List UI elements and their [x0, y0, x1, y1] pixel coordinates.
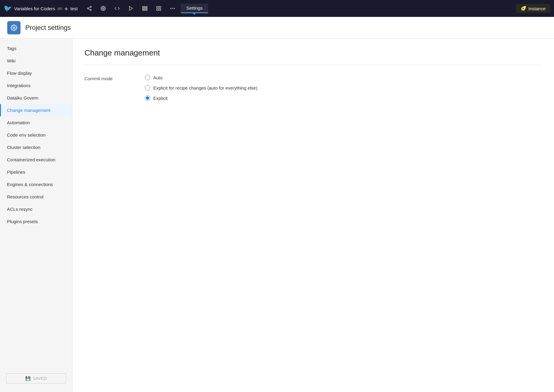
- svg-point-2: [90, 9, 92, 11]
- target-button[interactable]: [97, 3, 109, 14]
- project-title: Variables for Coders: [14, 6, 55, 11]
- page-title: Project settings: [25, 24, 71, 32]
- radio-option-auto[interactable]: Auto: [145, 75, 257, 80]
- svg-rect-15: [159, 9, 161, 11]
- diamond-icon: ◆: [65, 6, 68, 11]
- sidebar-item-acls-resync[interactable]: ACLs resync: [0, 203, 72, 215]
- radio-option-explicit-recipe[interactable]: Explicit for recipe changes (auto for ev…: [145, 85, 257, 90]
- svg-rect-12: [157, 6, 158, 8]
- on-text: on: [58, 6, 62, 11]
- radio-option-explicit[interactable]: Explicit: [145, 95, 257, 101]
- section-title: Change management: [84, 48, 542, 58]
- svg-point-19: [13, 27, 15, 29]
- sidebar-item-containerized-execution[interactable]: Containerized execution: [0, 153, 72, 166]
- svg-rect-14: [157, 9, 158, 11]
- main-content: Change management Commit mode Auto Expli…: [72, 39, 554, 392]
- brand: 🐦 Variables for Coders on ◆ test: [4, 5, 78, 12]
- sidebar-item-resources-control[interactable]: Resources control: [0, 191, 72, 203]
- layers-button[interactable]: [139, 3, 151, 14]
- settings-icon: [7, 21, 21, 34]
- play-button[interactable]: [125, 3, 137, 14]
- sidebar-item-code-env-selection[interactable]: Code env selection: [0, 129, 72, 141]
- svg-line-4: [89, 7, 90, 8]
- more-button[interactable]: [167, 3, 178, 14]
- sidebar-item-change-management[interactable]: Change management: [0, 104, 72, 116]
- change-management-section: Change management Commit mode Auto Expli…: [72, 39, 554, 118]
- avocado-icon: 🥑: [521, 6, 527, 11]
- main-layout: Tags Wiki Flow display Integrations Data…: [0, 39, 554, 392]
- radio-auto-label: Auto: [153, 75, 163, 80]
- radio-explicit-recipe[interactable]: [145, 85, 150, 90]
- radio-explicit-label: Explicit: [153, 96, 168, 101]
- svg-point-1: [88, 8, 89, 9]
- svg-point-7: [103, 8, 104, 9]
- commit-mode-radio-group: Auto Explicit for recipe changes (auto f…: [145, 75, 257, 101]
- saved-button[interactable]: 💾 SAVED: [6, 373, 66, 384]
- project-name: test: [70, 6, 78, 11]
- topbar: 🐦 Variables for Coders on ◆ test: [0, 0, 554, 17]
- code-button[interactable]: [111, 3, 123, 14]
- svg-point-16: [170, 8, 171, 9]
- radio-explicit[interactable]: [145, 95, 150, 101]
- sidebar-item-cluster-selection[interactable]: Cluster selection: [0, 141, 72, 153]
- svg-point-17: [172, 8, 173, 9]
- bird-icon: 🐦: [4, 5, 12, 12]
- commit-mode-row: Commit mode Auto Explicit for recipe cha…: [84, 75, 542, 101]
- saved-label: SAVED: [33, 376, 47, 381]
- svg-marker-8: [129, 6, 133, 11]
- floppy-icon: 💾: [25, 376, 30, 381]
- sidebar-item-automation[interactable]: Automation: [0, 116, 72, 129]
- instance-button[interactable]: 🥑 Instance: [516, 4, 550, 13]
- sidebar-item-dataiku-govern[interactable]: Dataiku Govern: [0, 92, 72, 104]
- instance-label: Instance: [528, 6, 546, 11]
- svg-line-3: [89, 9, 90, 10]
- svg-point-18: [174, 8, 175, 9]
- sidebar-item-integrations[interactable]: Integrations: [0, 79, 72, 92]
- sidebar-item-tags[interactable]: Tags: [0, 42, 72, 55]
- radio-explicit-recipe-label: Explicit for recipe changes (auto for ev…: [153, 85, 257, 90]
- sidebar-footer: 💾 SAVED: [0, 368, 72, 388]
- settings-nav-button[interactable]: Settings: [181, 4, 208, 13]
- svg-rect-13: [159, 6, 161, 8]
- sidebar-item-wiki[interactable]: Wiki: [0, 55, 72, 67]
- svg-point-0: [90, 6, 92, 8]
- radio-auto[interactable]: [145, 75, 150, 80]
- svg-rect-10: [143, 8, 147, 9]
- share-button[interactable]: [84, 3, 95, 14]
- sidebar-item-plugins-presets[interactable]: Plugins presets: [0, 215, 72, 228]
- svg-rect-9: [143, 6, 147, 7]
- svg-point-6: [102, 7, 105, 10]
- sidebar: Tags Wiki Flow display Integrations Data…: [0, 39, 72, 392]
- section-divider: [84, 65, 542, 65]
- sidebar-item-pipelines[interactable]: Pipelines: [0, 166, 72, 178]
- grid-button[interactable]: [153, 3, 164, 14]
- sidebar-item-engines-connections[interactable]: Engines & connections: [0, 178, 72, 191]
- commit-mode-label: Commit mode: [84, 75, 133, 81]
- sidebar-item-flow-display[interactable]: Flow display: [0, 67, 72, 79]
- page-header: Project settings: [0, 17, 554, 39]
- settings-nav-label: Settings: [186, 5, 202, 11]
- svg-rect-11: [143, 10, 147, 11]
